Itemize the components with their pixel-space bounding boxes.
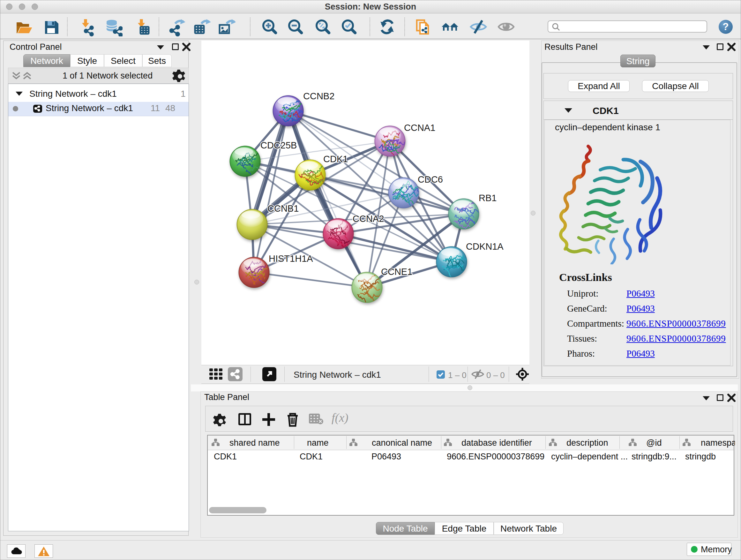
svg-text:CDC25B: CDC25B — [260, 140, 297, 150]
svg-text:CCNB1: CCNB1 — [267, 203, 299, 213]
svg-text:CCNA1: CCNA1 — [404, 123, 435, 133]
svg-text:CCNB2: CCNB2 — [303, 91, 334, 101]
svg-text:CDK1: CDK1 — [323, 154, 348, 164]
svg-text:CCNE1: CCNE1 — [381, 266, 412, 277]
svg-text:HIST1H1A: HIST1H1A — [269, 253, 313, 264]
svg-text:CDC6: CDC6 — [418, 174, 443, 185]
svg-text:CCNA2: CCNA2 — [353, 213, 384, 224]
svg-text:RB1: RB1 — [479, 193, 496, 203]
svg-text:CDKN1A: CDKN1A — [466, 241, 503, 252]
